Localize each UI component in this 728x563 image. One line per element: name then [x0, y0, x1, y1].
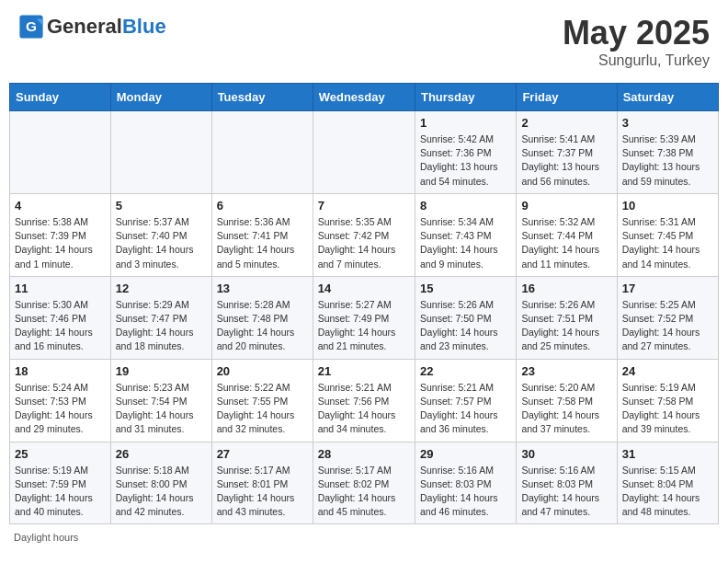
day-info: Sunrise: 5:17 AM Sunset: 8:02 PM Dayligh…	[318, 464, 410, 520]
day-info: Sunrise: 5:21 AM Sunset: 7:57 PM Dayligh…	[420, 381, 511, 437]
day-info: Sunrise: 5:41 AM Sunset: 7:37 PM Dayligh…	[521, 132, 611, 189]
logo-icon: G	[18, 14, 44, 40]
calendar-cell: 21Sunrise: 5:21 AM Sunset: 7:56 PM Dayli…	[313, 359, 415, 442]
day-info: Sunrise: 5:39 AM Sunset: 7:38 PM Dayligh…	[622, 132, 713, 189]
day-number: 20	[217, 364, 308, 378]
day-number: 5	[116, 199, 207, 213]
footer: Daylight hours	[9, 532, 719, 543]
day-info: Sunrise: 5:25 AM Sunset: 7:52 PM Dayligh…	[622, 298, 713, 354]
day-number: 13	[217, 282, 308, 295]
location-subtitle: Sungurlu, Turkey	[563, 52, 710, 69]
day-number: 16	[521, 282, 611, 295]
day-info: Sunrise: 5:15 AM Sunset: 8:04 PM Dayligh…	[622, 464, 713, 520]
calendar-cell	[110, 111, 211, 194]
day-number: 24	[622, 364, 713, 378]
day-info: Sunrise: 5:29 AM Sunset: 7:47 PM Dayligh…	[116, 298, 207, 354]
day-info: Sunrise: 5:38 AM Sunset: 7:39 PM Dayligh…	[15, 215, 106, 271]
logo-blue-text: Blue	[122, 15, 166, 38]
calendar-cell: 3Sunrise: 5:39 AM Sunset: 7:38 PM Daylig…	[617, 111, 718, 194]
calendar-cell: 4Sunrise: 5:38 AM Sunset: 7:39 PM Daylig…	[10, 193, 111, 276]
weekday-header-thursday: Thursday	[415, 84, 516, 111]
day-info: Sunrise: 5:28 AM Sunset: 7:48 PM Dayligh…	[217, 298, 308, 354]
day-number: 15	[420, 282, 511, 295]
day-number: 17	[622, 282, 713, 295]
calendar-cell: 9Sunrise: 5:32 AM Sunset: 7:44 PM Daylig…	[517, 193, 617, 276]
day-number: 2	[521, 116, 611, 130]
day-number: 14	[318, 282, 410, 295]
day-info: Sunrise: 5:19 AM Sunset: 7:59 PM Dayligh…	[15, 464, 106, 520]
daylight-label: Daylight hours	[14, 532, 78, 543]
day-number: 3	[622, 116, 713, 130]
calendar-cell: 27Sunrise: 5:17 AM Sunset: 8:01 PM Dayli…	[211, 442, 313, 524]
day-number: 22	[420, 364, 511, 378]
day-number: 7	[318, 199, 410, 213]
weekday-header-tuesday: Tuesday	[211, 84, 313, 111]
calendar-cell: 29Sunrise: 5:16 AM Sunset: 8:03 PM Dayli…	[415, 442, 516, 524]
day-info: Sunrise: 5:32 AM Sunset: 7:44 PM Dayligh…	[521, 215, 611, 271]
calendar-week-row: 4Sunrise: 5:38 AM Sunset: 7:39 PM Daylig…	[10, 193, 719, 276]
day-info: Sunrise: 5:24 AM Sunset: 7:53 PM Dayligh…	[15, 381, 106, 437]
calendar-cell	[211, 111, 313, 194]
weekday-header-saturday: Saturday	[617, 84, 718, 111]
day-number: 4	[15, 199, 106, 213]
day-info: Sunrise: 5:35 AM Sunset: 7:42 PM Dayligh…	[318, 215, 410, 271]
day-number: 18	[15, 364, 106, 378]
day-number: 9	[521, 199, 611, 213]
calendar-week-row: 18Sunrise: 5:24 AM Sunset: 7:53 PM Dayli…	[10, 359, 719, 442]
calendar-week-row: 1Sunrise: 5:42 AM Sunset: 7:36 PM Daylig…	[10, 111, 719, 194]
weekday-header-monday: Monday	[110, 84, 211, 111]
calendar-table: SundayMondayTuesdayWednesdayThursdayFrid…	[9, 83, 719, 524]
calendar-cell: 20Sunrise: 5:22 AM Sunset: 7:55 PM Dayli…	[211, 359, 313, 442]
calendar-cell: 14Sunrise: 5:27 AM Sunset: 7:49 PM Dayli…	[313, 276, 415, 359]
day-number: 28	[318, 447, 410, 461]
calendar-cell: 15Sunrise: 5:26 AM Sunset: 7:50 PM Dayli…	[415, 276, 516, 359]
day-number: 11	[15, 282, 106, 295]
day-number: 19	[116, 364, 207, 378]
calendar-cell: 18Sunrise: 5:24 AM Sunset: 7:53 PM Dayli…	[10, 359, 111, 442]
day-info: Sunrise: 5:36 AM Sunset: 7:41 PM Dayligh…	[217, 215, 308, 271]
calendar-cell: 17Sunrise: 5:25 AM Sunset: 7:52 PM Dayli…	[617, 276, 718, 359]
day-number: 27	[217, 447, 308, 461]
day-info: Sunrise: 5:23 AM Sunset: 7:54 PM Dayligh…	[116, 381, 207, 437]
calendar-cell: 19Sunrise: 5:23 AM Sunset: 7:54 PM Dayli…	[110, 359, 211, 442]
page-header: G GeneralBlue May 2025 Sungurlu, Turkey	[9, 9, 719, 74]
weekday-header-sunday: Sunday	[10, 84, 111, 111]
calendar-cell: 12Sunrise: 5:29 AM Sunset: 7:47 PM Dayli…	[110, 276, 211, 359]
day-info: Sunrise: 5:22 AM Sunset: 7:55 PM Dayligh…	[217, 381, 308, 437]
calendar-cell: 8Sunrise: 5:34 AM Sunset: 7:43 PM Daylig…	[415, 193, 516, 276]
calendar-cell: 6Sunrise: 5:36 AM Sunset: 7:41 PM Daylig…	[211, 193, 313, 276]
day-number: 1	[420, 116, 511, 130]
calendar-cell: 2Sunrise: 5:41 AM Sunset: 7:37 PM Daylig…	[517, 111, 617, 194]
day-number: 23	[521, 364, 611, 378]
day-number: 26	[116, 447, 207, 461]
calendar-cell: 30Sunrise: 5:16 AM Sunset: 8:03 PM Dayli…	[517, 442, 617, 524]
day-number: 30	[521, 447, 611, 461]
day-number: 29	[420, 447, 511, 461]
svg-text:G: G	[26, 18, 37, 34]
day-info: Sunrise: 5:30 AM Sunset: 7:46 PM Dayligh…	[15, 298, 106, 354]
day-number: 31	[622, 447, 713, 461]
day-number: 8	[420, 199, 511, 213]
day-info: Sunrise: 5:19 AM Sunset: 7:58 PM Dayligh…	[622, 381, 713, 437]
day-info: Sunrise: 5:21 AM Sunset: 7:56 PM Dayligh…	[318, 381, 410, 437]
calendar-cell: 22Sunrise: 5:21 AM Sunset: 7:57 PM Dayli…	[415, 359, 516, 442]
calendar-cell: 24Sunrise: 5:19 AM Sunset: 7:58 PM Dayli…	[617, 359, 718, 442]
weekday-header-wednesday: Wednesday	[313, 84, 415, 111]
calendar-cell: 13Sunrise: 5:28 AM Sunset: 7:48 PM Dayli…	[211, 276, 313, 359]
logo-general-text: General	[47, 15, 122, 38]
day-info: Sunrise: 5:16 AM Sunset: 8:03 PM Dayligh…	[521, 464, 611, 520]
calendar-cell	[10, 111, 111, 194]
day-info: Sunrise: 5:27 AM Sunset: 7:49 PM Dayligh…	[318, 298, 410, 354]
calendar-week-row: 25Sunrise: 5:19 AM Sunset: 7:59 PM Dayli…	[10, 442, 719, 524]
month-year-title: May 2025	[563, 14, 710, 52]
day-info: Sunrise: 5:26 AM Sunset: 7:51 PM Dayligh…	[521, 298, 611, 354]
day-info: Sunrise: 5:20 AM Sunset: 7:58 PM Dayligh…	[521, 381, 611, 437]
calendar-cell	[313, 111, 415, 194]
day-info: Sunrise: 5:16 AM Sunset: 8:03 PM Dayligh…	[420, 464, 511, 520]
calendar-cell: 25Sunrise: 5:19 AM Sunset: 7:59 PM Dayli…	[10, 442, 111, 524]
weekday-header-friday: Friday	[517, 84, 617, 111]
calendar-cell: 10Sunrise: 5:31 AM Sunset: 7:45 PM Dayli…	[617, 193, 718, 276]
calendar-cell: 31Sunrise: 5:15 AM Sunset: 8:04 PM Dayli…	[617, 442, 718, 524]
day-number: 21	[318, 364, 410, 378]
calendar-cell: 11Sunrise: 5:30 AM Sunset: 7:46 PM Dayli…	[10, 276, 111, 359]
